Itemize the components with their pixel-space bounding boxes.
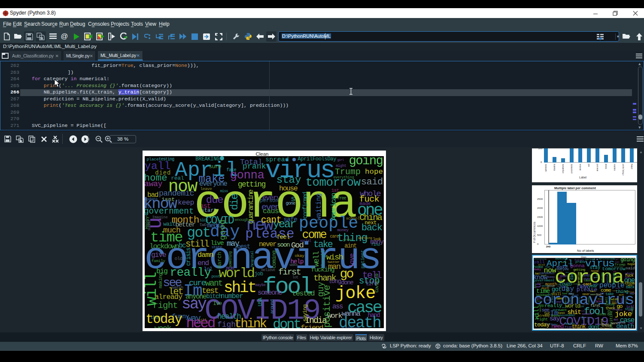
svg-text:@: @ bbox=[61, 33, 68, 40]
